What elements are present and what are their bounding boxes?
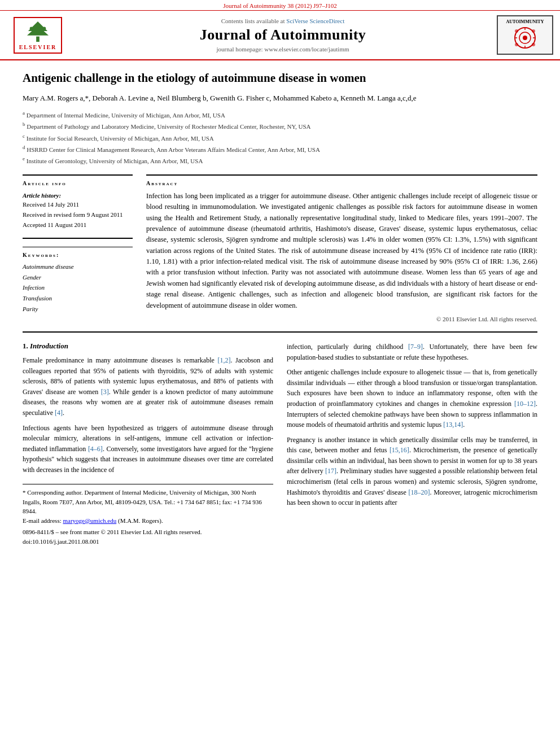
footnote-issn: 0896-8411/$ – see front matter © 2011 El… xyxy=(23,527,273,537)
ref-7-9[interactable]: [7–9] xyxy=(408,343,423,351)
email-link[interactable]: maryoge@umich.edu xyxy=(63,517,116,524)
main-left-col: 1. Introduction Female predominance in m… xyxy=(23,342,273,547)
keywords-title: Keywords: xyxy=(23,252,133,258)
autoimmunity-logo-icon xyxy=(505,25,545,51)
affil-d-text: HSRRD Center for Clinical Management Res… xyxy=(27,146,320,153)
history-label: Article history: xyxy=(23,191,133,200)
received-date: Received 14 July 2011 Received in revise… xyxy=(23,200,133,230)
section-number: 1. xyxy=(23,342,28,350)
elsevier-logo: ELSEVIER xyxy=(7,15,69,55)
abstract-section: Abstract Infection has long been implica… xyxy=(146,174,537,322)
ref-3[interactable]: [3] xyxy=(101,388,109,396)
ref-15-16[interactable]: [15,16] xyxy=(390,446,409,454)
ref-13-14[interactable]: [13,14] xyxy=(443,421,463,429)
sciverse-link[interactable]: SciVerse ScienceDirect xyxy=(286,18,344,24)
journal-homepage: journal homepage: www.elsevier.com/locat… xyxy=(69,46,497,53)
right-para-3: Pregnancy is another instance in which g… xyxy=(287,435,537,508)
affil-a-text: Department of Internal Medicine, Univers… xyxy=(27,112,225,119)
elsevier-tree-icon xyxy=(21,20,55,43)
affiliations: a Department of Internal Medicine, Unive… xyxy=(23,109,537,167)
article-title: Antigenic challenge in the etiology of a… xyxy=(23,71,537,86)
ref-17[interactable]: [17] xyxy=(325,467,336,475)
right-para-1: infection, particularly during childhood… xyxy=(287,342,537,362)
affiliation-b: b Department of Pathology and Laboratory… xyxy=(23,120,537,132)
keyword-3: Infection xyxy=(23,282,133,293)
copyright-notice: © 2011 Elsevier Ltd. All rights reserved… xyxy=(146,316,537,322)
main-right-col: infection, particularly during childhood… xyxy=(287,342,537,547)
journal-center: Contents lists available at SciVerse Sci… xyxy=(69,18,497,53)
authors-text: Mary A.M. Rogers a,*, Deborah A. Levine … xyxy=(23,94,417,102)
footnote-doi: doi:10.1016/j.jaut.2011.08.001 xyxy=(23,537,273,547)
abstract-title: Abstract xyxy=(146,180,537,186)
section-title: Introduction xyxy=(30,342,68,350)
ref-4[interactable]: [4] xyxy=(55,409,63,417)
footnote-email: E-mail address: maryoge@umich.edu (M.A.M… xyxy=(23,516,273,526)
journal-banner: ELSEVIER Contents lists available at Sci… xyxy=(0,11,560,59)
svg-point-7 xyxy=(523,36,527,40)
logo-right-title: AUTOIMMUNITY xyxy=(506,19,544,25)
svg-point-14 xyxy=(515,43,518,46)
article-info-col: Article info Article history: Received 1… xyxy=(23,174,133,322)
affiliation-d: d HSRRD Center for Clinical Management R… xyxy=(23,143,537,155)
keyword-5: Parity xyxy=(23,304,133,314)
affil-e-text: Institute of Gerontology, University of … xyxy=(27,158,203,164)
affil-c-text: Institute for Social Research, Universit… xyxy=(27,134,214,141)
ref-1-2[interactable]: [1,2] xyxy=(217,356,230,364)
authors: Mary A.M. Rogers a,*, Deborah A. Levine … xyxy=(23,93,537,104)
article-body: Antigenic challenge in the etiology of a… xyxy=(0,60,560,557)
keyword-2: Gender xyxy=(23,272,133,283)
affil-b-text: Department of Pathology and Laboratory M… xyxy=(27,123,310,130)
affiliation-c: c Institute for Social Research, Univers… xyxy=(23,132,537,143)
abstract-text: Infection has long been implicated as a … xyxy=(146,191,537,311)
article-history: Article history: Received 14 July 2011 R… xyxy=(23,191,133,230)
section-divider xyxy=(23,331,537,333)
intro-heading: 1. Introduction xyxy=(23,342,273,351)
journal-logo-right: AUTOIMMUNITY xyxy=(497,15,553,55)
journal-header: Journal of Autoimmunity 38 (2012) J97–J1… xyxy=(0,0,560,60)
journal-title: Journal of Autoimmunity xyxy=(69,27,497,43)
elsevier-text: ELSEVIER xyxy=(19,44,57,50)
sciverse-line: Contents lists available at SciVerse Sci… xyxy=(69,18,497,24)
intro-para-1: Female predominance in many autoimmune d… xyxy=(23,355,273,418)
ref-10-12[interactable]: [10–12] xyxy=(514,400,536,408)
article-info-abstract-section: Article info Article history: Received 1… xyxy=(23,174,537,322)
svg-point-15 xyxy=(532,43,535,46)
ref-4-6[interactable]: [4–6] xyxy=(88,445,103,453)
affiliation-e: e Institute of Gerontology, University o… xyxy=(23,155,537,166)
svg-point-3 xyxy=(30,27,33,30)
keyword-4: Transfusion xyxy=(23,293,133,304)
years-label: years xyxy=(523,457,537,465)
footnote-corresponding: * Corresponding author. Department of In… xyxy=(23,488,273,516)
svg-rect-0 xyxy=(36,36,40,42)
keyword-1: Autoimmune disease xyxy=(23,261,133,272)
journal-ref: Journal of Autoimmunity 38 (2012) J97–J1… xyxy=(0,0,560,11)
keywords-list: Autoimmune disease Gender Infection Tran… xyxy=(23,261,133,314)
svg-point-12 xyxy=(515,29,518,33)
svg-point-13 xyxy=(532,29,535,33)
article-info-box: Article info Article history: Received 1… xyxy=(23,174,133,239)
abstract-col: Abstract Infection has long been implica… xyxy=(146,174,537,322)
journal-reference: Journal of Autoimmunity 38 (2012) J97–J1… xyxy=(223,2,336,9)
main-content: 1. Introduction Female predominance in m… xyxy=(23,342,537,547)
svg-point-4 xyxy=(43,27,46,30)
keywords-section: Keywords: Autoimmune disease Gender Infe… xyxy=(23,247,133,314)
ref-18-20[interactable]: [18–20] xyxy=(408,488,430,496)
intro-para-2: Infectious agents have been hypothesized… xyxy=(23,423,273,475)
right-para-2: Other antigenic challenges include expos… xyxy=(287,367,537,430)
article-info-title: Article info xyxy=(23,180,133,186)
affiliation-a: a Department of Internal Medicine, Unive… xyxy=(23,109,537,120)
footnote-area: * Corresponding author. Department of In… xyxy=(23,484,273,546)
